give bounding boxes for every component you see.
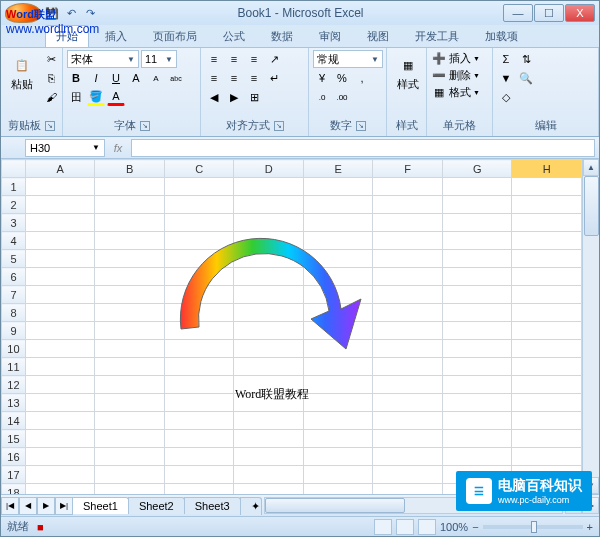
cell[interactable] [25,214,95,232]
decrease-decimal-button[interactable]: .00 [333,88,351,106]
cell[interactable] [373,268,443,286]
clipboard-launcher[interactable]: ↘ [45,121,55,131]
row-header-14[interactable]: 14 [2,412,26,430]
orientation-button[interactable]: ↗ [265,50,283,68]
qat-redo[interactable]: ↷ [82,5,98,21]
sort-filter-button[interactable]: ⇅ [517,50,535,68]
cell[interactable] [442,412,512,430]
cell[interactable] [442,340,512,358]
sheet-tab-1[interactable]: Sheet1 [72,497,129,514]
sheet-tab-2[interactable]: Sheet2 [128,497,185,514]
cell[interactable] [95,178,165,196]
cell[interactable] [25,232,95,250]
cell[interactable] [442,358,512,376]
font-name-combo[interactable]: 宋体▼ [67,50,139,68]
align-middle-button[interactable]: ≡ [225,50,243,68]
cell[interactable] [95,376,165,394]
col-header-E[interactable]: E [303,160,373,178]
cell[interactable] [373,286,443,304]
row-header-18[interactable]: 18 [2,484,26,495]
align-launcher[interactable]: ↘ [274,121,284,131]
merge-button[interactable]: ⊞ [245,88,263,106]
col-header-G[interactable]: G [442,160,512,178]
cell[interactable] [373,358,443,376]
new-sheet-button[interactable]: ✦ [240,497,262,515]
cell[interactable] [442,196,512,214]
row-header-4[interactable]: 4 [2,232,26,250]
row-header-6[interactable]: 6 [2,268,26,286]
cell[interactable] [25,358,95,376]
bold-button[interactable]: B [67,69,85,87]
fill-color-button[interactable]: 🪣 [87,88,105,106]
cell[interactable] [373,178,443,196]
rainbow-arrow-shape[interactable] [151,199,381,369]
col-header-F[interactable]: F [373,160,443,178]
align-bottom-button[interactable]: ≡ [245,50,263,68]
formula-bar[interactable] [131,139,595,157]
cell[interactable] [25,178,95,196]
row-header-16[interactable]: 16 [2,448,26,466]
cell[interactable] [164,178,234,196]
col-header-H[interactable]: H [512,160,582,178]
comma-button[interactable]: , [353,69,371,87]
cell[interactable] [373,448,443,466]
cell[interactable] [95,412,165,430]
cell[interactable] [95,430,165,448]
cell[interactable] [373,304,443,322]
cell[interactable] [25,412,95,430]
cell[interactable] [25,376,95,394]
cell[interactable] [234,448,304,466]
align-left-button[interactable]: ≡ [205,69,223,87]
currency-button[interactable]: ¥ [313,69,331,87]
cell[interactable] [234,484,304,495]
tab-addins[interactable]: 加载项 [475,26,528,47]
zoom-out-button[interactable]: − [472,521,478,533]
cell[interactable] [303,484,373,495]
delete-cells-button[interactable]: ➖删除▼ [431,67,480,83]
cell[interactable] [25,322,95,340]
row-header-13[interactable]: 13 [2,394,26,412]
paste-button[interactable]: 📋 粘贴 [5,50,39,95]
tab-pagelayout[interactable]: 页面布局 [143,26,207,47]
cell[interactable] [25,340,95,358]
font-launcher[interactable]: ↘ [140,121,150,131]
tab-developer[interactable]: 开发工具 [405,26,469,47]
cell[interactable] [95,448,165,466]
cell[interactable] [164,448,234,466]
sheet-nav-last[interactable]: ▶| [55,497,73,515]
percent-button[interactable]: % [333,69,351,87]
sheet-nav-first[interactable]: |◀ [1,497,19,515]
row-header-11[interactable]: 11 [2,358,26,376]
cell[interactable] [303,466,373,484]
cell[interactable] [512,358,582,376]
macro-record-icon[interactable]: ■ [37,521,44,533]
shrink-font-button[interactable]: A [147,69,165,87]
zoom-slider[interactable] [483,525,583,529]
cell[interactable] [25,448,95,466]
cell[interactable] [164,466,234,484]
cell[interactable] [512,394,582,412]
cell[interactable] [25,286,95,304]
cell[interactable] [373,376,443,394]
cell[interactable] [512,268,582,286]
scroll-up-button[interactable]: ▲ [583,159,599,176]
cell[interactable] [303,448,373,466]
hscroll-thumb[interactable] [265,498,405,513]
sheet-tab-3[interactable]: Sheet3 [184,497,241,514]
phonetic-button[interactable]: abc [167,69,185,87]
tab-insert[interactable]: 插入 [95,26,137,47]
cell[interactable] [373,394,443,412]
cell[interactable] [234,178,304,196]
sheet-nav-next[interactable]: ▶ [37,497,55,515]
cut-button[interactable]: ✂ [42,50,60,68]
cell[interactable] [373,466,443,484]
grow-font-button[interactable]: A [127,69,145,87]
row-header-1[interactable]: 1 [2,178,26,196]
cell[interactable] [373,196,443,214]
cell[interactable] [303,394,373,412]
wrap-text-button[interactable]: ↵ [265,69,283,87]
cell[interactable] [512,322,582,340]
fx-button[interactable]: fx [109,139,127,157]
cell[interactable] [512,412,582,430]
cell[interactable] [25,304,95,322]
